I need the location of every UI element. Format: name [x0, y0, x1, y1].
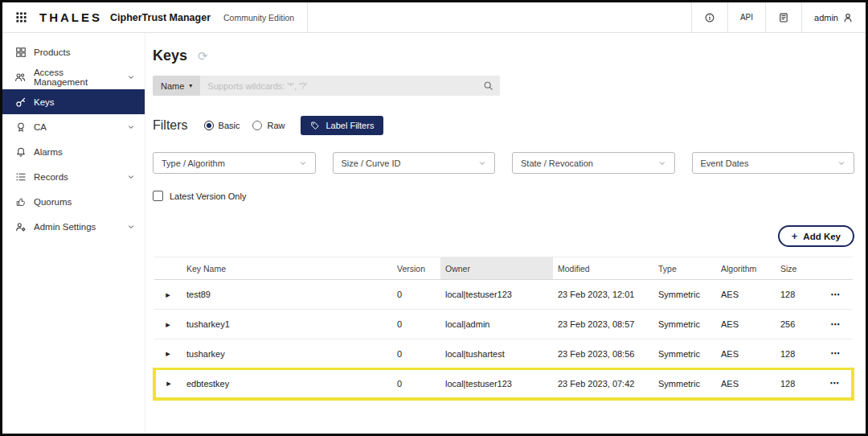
refresh-icon[interactable]: ⟳ [198, 50, 208, 62]
cell-algorithm: AES [716, 280, 776, 310]
radio-basic-label: Basic [219, 121, 240, 130]
row-expand-icon[interactable]: ▸ [154, 280, 182, 310]
thales-logo: THALES [39, 10, 102, 24]
table-row[interactable]: ▸ tusharkey1 0 local|admin 23 Feb 2023, … [154, 310, 853, 339]
page-title: Keys [153, 47, 187, 64]
radio-basic[interactable] [204, 121, 214, 130]
filter-dropdowns: Type / Algorithm Size / Curve ID State /… [153, 152, 854, 174]
header-actions: API admin [691, 2, 866, 32]
table-row[interactable]: ▸ test89 0 local|testuser123 23 Feb 2023… [154, 280, 853, 310]
latest-version-checkbox[interactable] [153, 191, 163, 201]
table-row[interactable]: ▸ tusharkey 0 local|tushartest 23 Feb 20… [154, 339, 853, 369]
products-grid-icon [14, 46, 27, 58]
cell-owner: local|admin [440, 310, 553, 339]
size-curve-dropdown[interactable]: Size / Curve ID [333, 152, 496, 174]
cell-owner: local|testuser123 [440, 280, 553, 310]
api-label: API [740, 13, 753, 22]
cell-version: 0 [392, 369, 440, 399]
sidebar-item-products[interactable]: Products [2, 39, 145, 64]
key-icon [14, 96, 27, 108]
column-type[interactable]: Type [653, 257, 716, 280]
cell-key-name: test89 [182, 280, 392, 310]
cell-owner: local|tushartest [440, 339, 553, 369]
filter-mode-raw[interactable]: Raw [252, 121, 285, 130]
header-brand-group: THALES CipherTrust Manager Community Edi… [2, 2, 308, 32]
cell-key-name: tusharkey1 [182, 310, 392, 339]
chevron-down-icon [658, 159, 666, 167]
main-content: Keys ⟳ Name ▾ Filters Ba [145, 33, 866, 434]
search-input[interactable] [200, 76, 476, 96]
column-version[interactable]: Version [392, 257, 440, 280]
row-actions-icon[interactable]: ⋯ [817, 280, 853, 310]
certificate-icon [14, 121, 27, 133]
sidebar-item-label: CA [34, 122, 47, 132]
info-button[interactable] [691, 2, 727, 32]
add-key-button[interactable]: + Add Key [778, 225, 854, 247]
chevron-down-icon [127, 73, 135, 81]
event-dates-dropdown[interactable]: Event Dates [692, 152, 855, 174]
top-header: THALES CipherTrust Manager Community Edi… [2, 2, 866, 33]
column-owner[interactable]: Owner [440, 257, 553, 280]
chevron-down-icon [299, 159, 307, 167]
sidebar-item-records[interactable]: Records [2, 164, 145, 189]
cell-size: 256 [776, 310, 817, 339]
chevron-down-icon [478, 159, 486, 167]
tag-icon [310, 121, 320, 130]
sidebar-item-quorums[interactable]: Quorums [2, 189, 145, 214]
sidebar-item-ca[interactable]: CA [2, 114, 145, 139]
row-expand-icon[interactable]: ▸ [154, 369, 182, 399]
add-key-label: Add Key [803, 232, 841, 241]
type-algorithm-dropdown[interactable]: Type / Algorithm [153, 152, 316, 174]
cell-size: 128 [776, 339, 817, 369]
sidebar-item-label: Quorums [34, 197, 72, 207]
search-field-selector[interactable]: Name ▾ [153, 76, 200, 96]
api-button[interactable]: API [727, 2, 765, 32]
header-spacer [308, 2, 691, 32]
row-expand-icon[interactable]: ▸ [154, 339, 182, 369]
edition-label: Community Edition [223, 13, 294, 23]
dropdown-label: Size / Curve ID [342, 158, 401, 168]
chevron-down-icon [127, 123, 135, 131]
sidebar-item-keys[interactable]: Keys [2, 89, 145, 114]
table-row-highlighted[interactable]: ▸ edbtestkey 0 local|testuser123 23 Feb … [154, 369, 853, 399]
sidebar-item-alarms[interactable]: Alarms [2, 139, 145, 164]
sidebar-item-access-management[interactable]: Access Management [2, 64, 145, 89]
apps-grid-icon[interactable] [10, 11, 31, 23]
sidebar-item-label: Admin Settings [34, 222, 96, 232]
row-actions-icon[interactable]: ⋯ [817, 339, 853, 369]
user-gear-icon [14, 220, 27, 232]
dropdown-label: Event Dates [701, 158, 749, 168]
cell-version: 0 [392, 310, 440, 339]
dropdown-label: State / Revocation [521, 158, 593, 168]
info-icon [704, 12, 715, 23]
bell-icon [14, 146, 27, 158]
sidebar-item-label: Products [34, 47, 70, 57]
cell-algorithm: AES [716, 310, 776, 339]
cell-version: 0 [392, 339, 440, 369]
cell-key-name: edbtestkey [182, 369, 392, 399]
sidebar-item-admin-settings[interactable]: Admin Settings [2, 214, 145, 239]
latest-version-row: Latest Version Only [153, 191, 854, 201]
column-algorithm[interactable]: Algorithm [716, 257, 776, 280]
row-expand-icon[interactable]: ▸ [154, 310, 182, 339]
cell-type: Symmetric [653, 339, 716, 369]
search-icon[interactable] [476, 76, 500, 96]
radio-raw-label: Raw [267, 121, 285, 130]
label-filters-button[interactable]: Label Filters [301, 116, 383, 135]
cell-type: Symmetric [653, 310, 716, 339]
cell-modified: 23 Feb 2023, 07:42 [553, 369, 653, 399]
cell-size: 128 [776, 369, 817, 399]
column-modified[interactable]: Modified [553, 257, 653, 280]
docs-button[interactable] [765, 2, 801, 32]
filters-heading: Filters [153, 118, 188, 133]
filter-mode-basic[interactable]: Basic [204, 121, 240, 130]
user-menu[interactable]: admin [801, 2, 866, 32]
row-actions-icon[interactable]: ⋯ [817, 369, 853, 399]
column-size[interactable]: Size [776, 257, 817, 280]
user-icon [842, 12, 854, 23]
state-revocation-dropdown[interactable]: State / Revocation [512, 152, 675, 174]
column-key-name[interactable]: Key Name [182, 257, 392, 280]
row-actions-icon[interactable]: ⋯ [817, 310, 853, 339]
radio-raw[interactable] [252, 121, 262, 130]
list-icon [14, 171, 27, 183]
